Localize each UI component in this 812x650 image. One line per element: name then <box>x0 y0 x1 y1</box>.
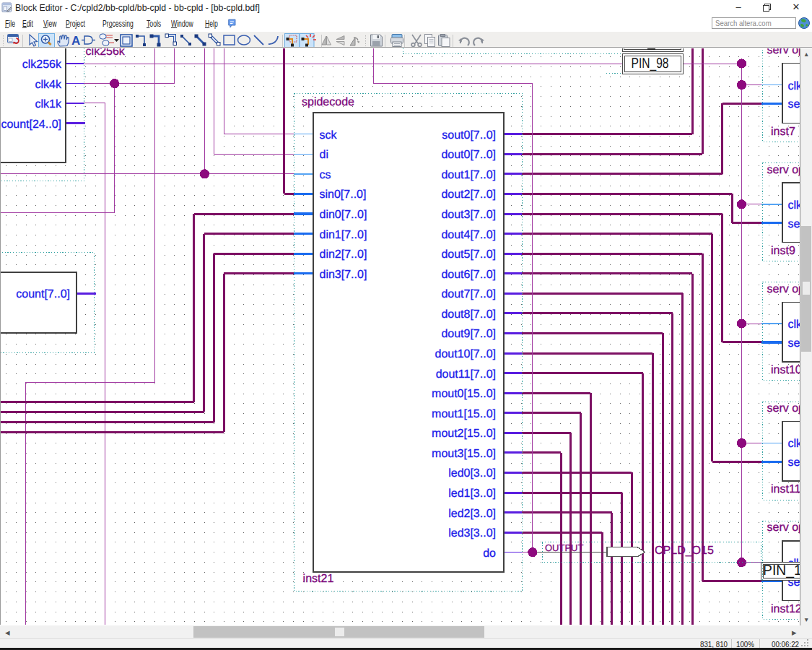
svg-text:serv op: serv op <box>767 283 800 295</box>
svg-text:count[24..0]: count[24..0] <box>1 118 61 131</box>
svg-text:dout8[7..0]: dout8[7..0] <box>441 308 496 321</box>
svg-text:OUTPUT: OUTPUT <box>545 542 584 553</box>
svg-text:se: se <box>788 337 800 350</box>
svg-text:inst9: inst9 <box>771 245 795 257</box>
svg-text:serv op: serv op <box>767 402 800 415</box>
svg-text:led1[3..0]: led1[3..0] <box>448 488 496 500</box>
svg-text:se: se <box>788 218 800 230</box>
svg-text:clk: clk <box>788 438 800 450</box>
svg-text:clk: clk <box>788 80 800 92</box>
svg-text:inst21: inst21 <box>303 573 334 585</box>
svg-text:spidecode: spidecode <box>302 96 354 108</box>
svg-text:mout3[15..0]: mout3[15..0] <box>432 448 496 460</box>
svg-text:din3[7..0]: din3[7..0] <box>320 269 367 281</box>
svg-text:dout9[7..0]: dout9[7..0] <box>441 328 496 340</box>
svg-text:inst7: inst7 <box>771 126 795 138</box>
svg-text:dout4[7..0]: dout4[7..0] <box>441 229 496 241</box>
svg-text:sck: sck <box>320 129 338 142</box>
svg-text:dout0[7..0]: dout0[7..0] <box>441 149 496 161</box>
svg-text:se: se <box>788 456 800 469</box>
svg-text:sout0[7..0]: sout0[7..0] <box>442 129 496 142</box>
svg-text:clk4k: clk4k <box>35 79 62 91</box>
svg-text:dout10[7..0]: dout10[7..0] <box>435 348 496 360</box>
svg-text:clk256k: clk256k <box>22 58 62 71</box>
svg-text:dout1[7..0]: dout1[7..0] <box>441 169 496 181</box>
svg-text:dout11[7..0]: dout11[7..0] <box>436 368 496 381</box>
svg-text:inst12: inst12 <box>771 603 800 615</box>
svg-text:serv op: serv op <box>767 48 800 56</box>
svg-text:PIN_98: PIN_98 <box>632 56 669 72</box>
svg-text:inst10: inst10 <box>771 364 800 376</box>
svg-text:sin0[7..0]: sin0[7..0] <box>320 188 367 201</box>
svg-text:mout0[15..0]: mout0[15..0] <box>432 388 496 400</box>
svg-text:dout5[7..0]: dout5[7..0] <box>441 248 496 261</box>
svg-text:se: se <box>788 98 800 110</box>
svg-text:mout2[15..0]: mout2[15..0] <box>432 428 496 440</box>
svg-text:cs: cs <box>320 169 331 181</box>
svg-text:di: di <box>320 149 328 161</box>
svg-text:clk1k: clk1k <box>35 98 62 110</box>
svg-text:mout1[15..0]: mout1[15..0] <box>432 408 496 420</box>
svg-text:dout2[7..0]: dout2[7..0] <box>441 188 496 201</box>
svg-text:serv op: serv op <box>767 164 800 176</box>
svg-text:dout6[7..0]: dout6[7..0] <box>441 269 496 281</box>
svg-text:din1[7..0]: din1[7..0] <box>320 229 367 241</box>
svg-text:led2[3..0]: led2[3..0] <box>448 508 496 520</box>
svg-text:serv op: serv op <box>767 521 800 534</box>
svg-text:A: A <box>71 34 80 47</box>
svg-text:led3[3..0]: led3[3..0] <box>448 527 496 540</box>
svg-text:PIN_100: PIN_100 <box>763 563 800 578</box>
svg-text:din2[7..0]: din2[7..0] <box>320 248 367 261</box>
svg-text:clk256k: clk256k <box>86 48 126 58</box>
svg-text:CPLD_O15: CPLD_O15 <box>655 545 714 557</box>
svg-text:clk: clk <box>788 199 800 212</box>
svg-text:count[7..0]: count[7..0] <box>16 288 70 300</box>
svg-text:clk: clk <box>788 318 800 331</box>
svg-text:do: do <box>483 547 496 560</box>
svg-text:dout7[7..0]: dout7[7..0] <box>441 288 496 300</box>
svg-text:din0[7..0]: din0[7..0] <box>320 209 367 221</box>
svg-text:inst11: inst11 <box>771 483 800 495</box>
svg-text:led0[3..0]: led0[3..0] <box>448 467 496 480</box>
svg-text:dout3[7..0]: dout3[7..0] <box>441 209 496 221</box>
